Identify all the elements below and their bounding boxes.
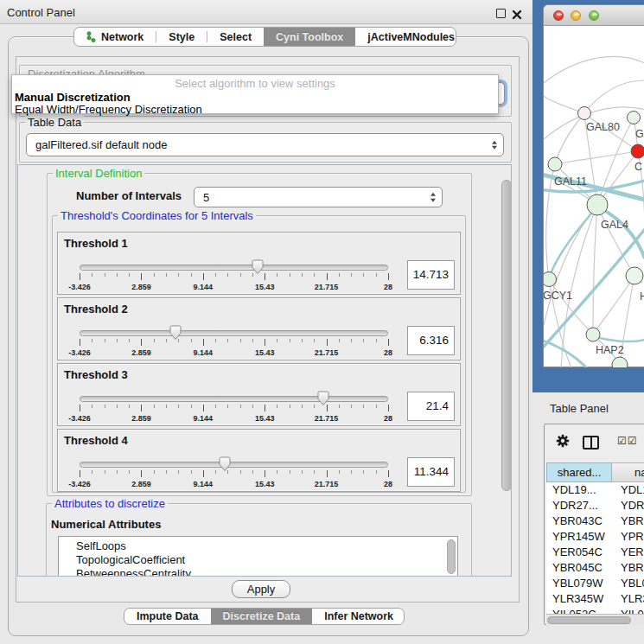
network-node-label: GAL4 [601,219,628,231]
network-edge[interactable] [555,113,584,164]
table-row[interactable]: YBR043CYBR0 [546,513,644,530]
tick-label: 2.859 [131,283,151,291]
network-canvas[interactable]: GAL80GACGAL11GAL4GCY1HHAP2 [544,26,644,367]
network-edge[interactable] [593,336,644,341]
tick-mark [240,405,241,408]
column-header-shared-name[interactable]: shared... [546,462,612,482]
threshold-value-box[interactable]: 21.4 [407,392,455,421]
slider-thumb[interactable] [218,456,232,475]
network-node[interactable] [631,144,644,158]
dropdown-item[interactable]: Manual Discretization [15,91,131,104]
dropdown-item[interactable]: Equal Width/Frequency Discretization [15,103,202,116]
tick-mark [129,273,130,277]
select-columns-icon[interactable]: ☑☑ [617,435,638,447]
tab-impute-data[interactable]: Impute Data [124,609,211,624]
table-row[interactable]: YPR145WYPR1 [546,529,644,545]
cell-name: YBR0 [621,561,644,574]
tick-mark [227,339,228,342]
network-node[interactable] [578,107,591,120]
tab-select[interactable]: Select [207,28,264,46]
tick-label: -3.426 [68,414,91,423]
apply-button[interactable]: Apply [232,580,290,598]
network-node[interactable] [612,357,628,367]
network-node-label: H [640,290,644,303]
tab-jactivemnodules[interactable]: jActiveMNodules [355,28,456,46]
tab-infer-network[interactable]: Infer Network [312,609,405,624]
table-row[interactable]: YDR27...YDR2 [546,498,644,514]
tick-mark [191,339,192,342]
network-node[interactable] [626,267,643,284]
tick-label: 21.715 [315,480,339,488]
table-row[interactable]: YER054CYER0 [546,545,644,561]
threshold-value-box[interactable]: 11.344 [407,457,455,487]
number-of-intervals-combobox[interactable]: 5 [194,187,443,207]
network-edge[interactable] [544,205,597,325]
table-row[interactable]: YIL052CYIL0 [546,607,644,614]
threshold-value-box[interactable]: 14.713 [407,260,455,290]
tick-mark [314,273,315,277]
slider-thumb[interactable] [251,259,265,278]
tick-mark [129,405,130,408]
combo-arrows-icon [430,193,436,202]
tab-network[interactable]: Network [74,28,156,46]
network-edge[interactable] [549,279,593,335]
table-row[interactable]: YDL19...YDL1 [546,482,644,499]
threshold-slider[interactable]: -3.4262.8599.14415.4321.71528 [80,325,388,360]
tick-label: 15.43 [255,414,275,423]
tick-mark [277,405,277,408]
network-edge[interactable] [593,205,597,335]
network-node[interactable] [628,112,641,124]
threshold-slider[interactable]: -3.4262.8599.14415.4321.71528 [80,456,388,491]
vertical-scrollbar[interactable] [501,180,512,491]
interval-definition-title: Interval Definition [53,167,144,180]
tab-cyni-toolbox[interactable]: Cyni Toolbox [264,28,355,46]
gear-icon[interactable] [556,434,570,450]
threshold-label: Threshold 4 [64,434,128,447]
list-item[interactable]: SelfLoops [59,539,457,553]
zoom-traffic-light[interactable] [589,10,599,21]
tick-mark [191,273,192,277]
threshold-panel: Threshold 1-3.4262.8599.14415.4321.71528… [57,232,461,295]
cyni-bottom-tabbar: Impute DataDiscretize DataInfer Network [124,608,405,625]
network-edge[interactable] [544,56,644,83]
table-data-combobox[interactable]: galFiltered.sif default node [26,133,504,156]
tab-discretize-data[interactable]: Discretize Data [211,609,313,624]
list-item[interactable]: TopologicalCoefficient [59,553,457,567]
column-header-name[interactable]: na [612,462,644,482]
tick-mark [80,470,80,477]
threshold-slider[interactable]: -3.4262.8599.14415.4321.71528 [80,259,388,294]
network-node-label: GAL80 [586,121,620,133]
threshold-value-box[interactable]: 6.316 [407,326,455,355]
list-item[interactable]: BetweennessCentrality [59,567,457,577]
close-traffic-light[interactable] [553,10,564,21]
float-window-icon[interactable] [496,9,506,18]
table-row[interactable]: YLR345WYLR3 [546,591,644,608]
tick-label: 9.144 [194,414,214,423]
slider-thumb[interactable] [316,391,330,410]
tick-mark [314,405,315,408]
close-icon[interactable] [512,8,522,18]
horizontal-scrollbar-thumb[interactable] [547,616,631,624]
table-row[interactable]: YBL079WYBL0 [546,576,644,592]
tick-mark [327,339,328,346]
numerical-attributes-list[interactable]: SelfLoopsTopologicalCoefficientBetweenne… [58,536,458,577]
columns-icon[interactable] [583,436,599,450]
minimize-traffic-light[interactable] [571,10,581,21]
tick-label: 28 [384,348,392,357]
network-node[interactable] [587,194,608,215]
slider-tick-labels: -3.4262.8599.14415.4321.71528 [80,283,388,291]
threshold-slider[interactable]: -3.4262.8599.14415.4321.71528 [80,391,388,425]
network-node[interactable] [586,328,600,341]
tab-style[interactable]: Style [156,28,207,46]
network-node[interactable] [548,157,562,171]
horizontal-scrollbar[interactable] [546,614,644,625]
table-data-title: Table Data [25,116,84,129]
slider-tick-labels: -3.4262.8599.14415.4321.71528 [80,348,388,357]
table-row[interactable]: YBR045CYBR0 [546,560,644,577]
list-scrollbar[interactable] [447,539,456,574]
tick-mark [351,339,352,342]
network-node[interactable] [544,272,557,287]
network-edge[interactable] [555,151,638,164]
slider-thumb[interactable] [169,325,182,344]
tick-mark [203,339,204,346]
